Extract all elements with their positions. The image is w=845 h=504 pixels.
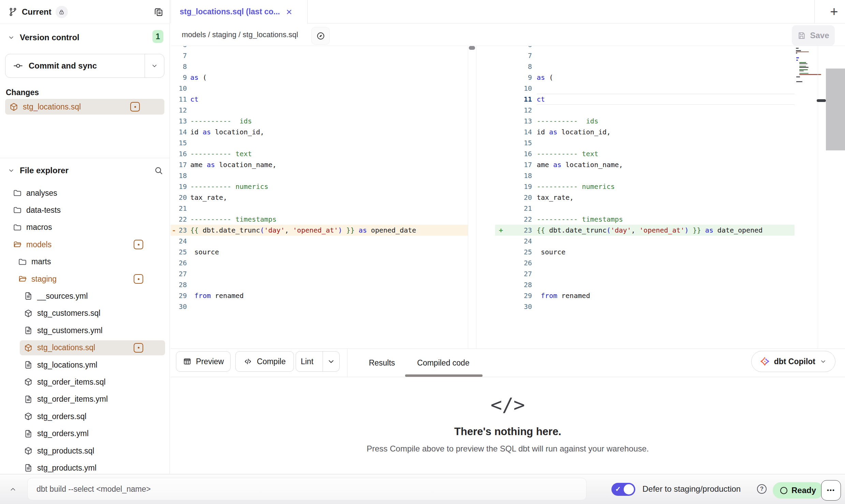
- tab-compiled-code[interactable]: Compiled code: [409, 349, 477, 377]
- commit-and-sync-main[interactable]: Commit and sync: [5, 61, 145, 71]
- diff-editor[interactable]: 6789as (1011ct1213---------- ids14id as …: [171, 46, 845, 349]
- code-line-original-18[interactable]: 18: [171, 170, 468, 181]
- code-line-original-25[interactable]: 25 source: [171, 247, 468, 257]
- version-control-header[interactable]: Version control: [8, 33, 79, 42]
- code-line-modified-20[interactable]: 20tax_rate,: [495, 192, 795, 203]
- code-line-modified-21[interactable]: 21: [495, 203, 795, 214]
- branch-selector[interactable]: Current: [8, 5, 68, 19]
- preview-button[interactable]: Preview: [176, 351, 231, 372]
- file-row-stg-locations-sql[interactable]: stg_locations.sql: [20, 340, 165, 355]
- code-line-modified-6[interactable]: 6: [495, 46, 795, 50]
- editor-scrollbar[interactable]: [826, 69, 845, 150]
- code-line-original-14[interactable]: 14id as location_id,: [171, 127, 468, 137]
- code-line-modified-28[interactable]: 28: [495, 279, 795, 290]
- code-line-modified-8[interactable]: 8: [495, 61, 795, 72]
- code-line-original-9[interactable]: 9as (: [171, 72, 468, 83]
- code-line-original-20[interactable]: 20tax_rate,: [171, 192, 468, 203]
- file-row-stg-customers-sql[interactable]: stg_customers.sql: [0, 306, 170, 321]
- ide-status-pill[interactable]: Ready: [773, 482, 824, 499]
- diff-pane-original[interactable]: 6789as (1011ct1213---------- ids14id as …: [171, 46, 468, 349]
- code-line-original-30[interactable]: 30: [171, 301, 468, 312]
- code-line-original-13[interactable]: 13---------- ids: [171, 116, 468, 127]
- tab-results[interactable]: Results: [361, 349, 402, 377]
- code-line-modified-17[interactable]: 17ame as location_name,: [495, 159, 795, 170]
- left-pane-scrollbar[interactable]: [469, 46, 475, 50]
- chevron-up-icon[interactable]: [9, 485, 17, 493]
- code-line-original-15[interactable]: 15: [171, 137, 468, 148]
- search-icon[interactable]: [154, 166, 163, 175]
- code-line-modified-7[interactable]: 7: [495, 50, 795, 61]
- command-input[interactable]: [27, 478, 587, 500]
- code-line-modified-22[interactable]: 22---------- timestamps: [495, 214, 795, 225]
- code-line-original-26[interactable]: 26: [171, 257, 468, 268]
- lint-options-dropdown[interactable]: [323, 352, 339, 371]
- file-row-analyses[interactable]: analyses: [0, 186, 170, 201]
- dbt-copilot-button[interactable]: dbt Copilot: [751, 351, 835, 372]
- code-line-original-23[interactable]: -23{{ dbt.date_trunc('day', 'opened_at')…: [171, 225, 468, 236]
- save-button[interactable]: Save: [792, 25, 835, 46]
- code-line-modified-25[interactable]: 25 source: [495, 247, 795, 257]
- code-line-modified-19[interactable]: 19---------- numerics: [495, 181, 795, 192]
- file-row-stg-order-items-yml[interactable]: stg_order_items.yml: [0, 392, 170, 407]
- code-line-modified-26[interactable]: 26: [495, 257, 795, 268]
- code-line-modified-16[interactable]: 16---------- text: [495, 148, 795, 159]
- code-line-modified-11[interactable]: 11ct: [495, 94, 795, 105]
- file-row-stg-locations-yml[interactable]: stg_locations.yml: [0, 357, 170, 372]
- defer-toggle[interactable]: ✓: [611, 483, 635, 496]
- code-line-original-24[interactable]: 24: [171, 236, 468, 247]
- file-row-stg-customers-yml[interactable]: stg_customers.yml: [0, 323, 170, 338]
- compile-button[interactable]: Compile: [235, 351, 294, 372]
- file-row-stg-order-items-sql[interactable]: stg_order_items.sql: [0, 374, 170, 389]
- resize-handle[interactable]: [817, 99, 826, 102]
- file-row-stg-products-yml[interactable]: stg_products.yml: [0, 460, 170, 475]
- code-line-modified-29[interactable]: 29 from renamed: [495, 290, 795, 301]
- code-line-original-11[interactable]: 11ct: [171, 94, 468, 105]
- code-line-modified-13[interactable]: 13---------- ids: [495, 116, 795, 127]
- code-line-original-27[interactable]: 27: [171, 268, 468, 279]
- code-line-modified-10[interactable]: 10: [495, 83, 795, 94]
- changed-file-row[interactable]: stg_locations.sql: [5, 99, 164, 115]
- code-line-modified-30[interactable]: 30: [495, 301, 795, 312]
- code-line-original-16[interactable]: 16---------- text: [171, 148, 468, 159]
- lint-button[interactable]: Lint: [296, 351, 340, 372]
- code-line-modified-18[interactable]: 18: [495, 170, 795, 181]
- file-row--sources-yml[interactable]: __sources.yml: [0, 288, 170, 303]
- duplicate-icon-button[interactable]: [153, 7, 164, 17]
- file-row-data-tests[interactable]: data-tests: [0, 203, 170, 218]
- file-row-stg-products-sql[interactable]: stg_products.sql: [0, 443, 170, 458]
- file-explorer-header[interactable]: File explorer: [8, 166, 69, 175]
- file-row-stg-orders-sql[interactable]: stg_orders.sql: [0, 409, 170, 424]
- code-line-original-6[interactable]: 6: [171, 46, 468, 50]
- code-line-original-21[interactable]: 21: [171, 203, 468, 214]
- commit-and-sync-button[interactable]: Commit and sync: [5, 54, 164, 78]
- code-line-modified-12[interactable]: 12: [495, 105, 795, 116]
- close-icon[interactable]: ×: [286, 7, 292, 17]
- code-line-modified-24[interactable]: 24: [495, 236, 795, 247]
- code-line-original-28[interactable]: 28: [171, 279, 468, 290]
- minimap[interactable]: [795, 48, 819, 126]
- help-icon[interactable]: ?: [757, 484, 767, 494]
- code-line-modified-14[interactable]: 14id as location_id,: [495, 127, 795, 137]
- code-line-original-19[interactable]: 19---------- numerics: [171, 181, 468, 192]
- code-line-modified-15[interactable]: 15: [495, 137, 795, 148]
- code-line-modified-27[interactable]: 27: [495, 268, 795, 279]
- file-row-stg-orders-yml[interactable]: stg_orders.yml: [0, 426, 170, 441]
- file-row-macros[interactable]: macros: [0, 220, 170, 235]
- code-line-original-22[interactable]: 22---------- timestamps: [171, 214, 468, 225]
- tab-stg-locations-sql[interactable]: stg_locations.sql (last co... ×: [171, 0, 308, 24]
- diff-pane-modified[interactable]: 6789as (1011ct1213---------- ids14id as …: [495, 46, 795, 349]
- commit-options-dropdown[interactable]: [145, 54, 164, 77]
- new-tab-button[interactable]: +: [825, 3, 844, 20]
- code-line-original-12[interactable]: 12: [171, 105, 468, 116]
- code-line-original-8[interactable]: 8: [171, 61, 468, 72]
- more-options-button[interactable]: •••: [821, 480, 841, 501]
- file-row-staging[interactable]: staging: [0, 271, 170, 286]
- code-line-original-17[interactable]: 17ame as location_name,: [171, 159, 468, 170]
- code-line-original-10[interactable]: 10: [171, 83, 468, 94]
- file-row-marts[interactable]: marts: [0, 254, 170, 269]
- code-line-original-7[interactable]: 7: [171, 50, 468, 61]
- code-line-original-29[interactable]: 29 from renamed: [171, 290, 468, 301]
- code-line-modified-23[interactable]: +23{{ dbt.date_trunc('day', 'opened_at')…: [495, 225, 795, 236]
- file-row-models[interactable]: models: [0, 237, 170, 252]
- lineage-button[interactable]: [311, 27, 330, 45]
